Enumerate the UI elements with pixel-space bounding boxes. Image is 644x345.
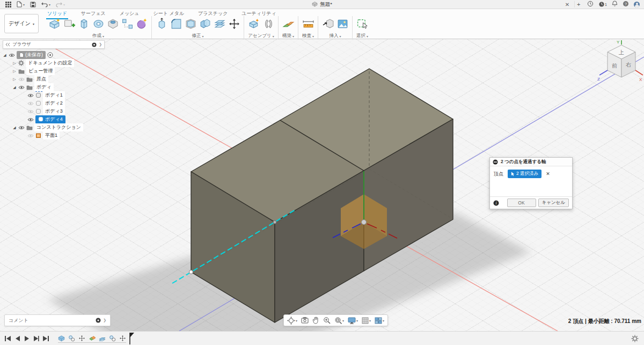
browser-row-docsettings[interactable]: ▷ ドキュメントの設定 xyxy=(3,59,105,67)
timeline-settings-gear-icon[interactable] xyxy=(631,335,639,342)
browser-row-body1[interactable]: ボディ1 xyxy=(3,91,105,99)
clear-selection-icon[interactable]: ✕ xyxy=(546,171,550,177)
extrude-icon[interactable] xyxy=(77,17,90,30)
pan-icon[interactable] xyxy=(312,317,319,324)
timeline-go-end-icon[interactable] xyxy=(42,335,49,342)
bell-icon[interactable] xyxy=(612,0,618,9)
group-label-inspect[interactable]: 検査▾ xyxy=(302,33,314,39)
visibility-eye-icon[interactable] xyxy=(27,118,34,122)
timeline-feature-move-icon[interactable] xyxy=(119,335,126,342)
help-icon[interactable]: ? xyxy=(623,0,629,9)
browser-row-construction[interactable]: ◢ コンストラクション xyxy=(3,123,105,131)
comment-count-icon[interactable] xyxy=(96,318,101,323)
root-document-chip[interactable]: (未保存) xyxy=(17,51,46,59)
construction-plane-icon[interactable] xyxy=(282,17,295,30)
select-icon[interactable] xyxy=(356,17,369,30)
look-at-icon[interactable] xyxy=(301,317,309,324)
insert-canvas-icon[interactable] xyxy=(336,17,349,30)
browser-row-root[interactable]: ◢ (未保存) xyxy=(3,51,105,59)
comment-bar[interactable]: コメント ❯ xyxy=(4,314,111,326)
shell-icon[interactable] xyxy=(184,17,197,30)
visibility-eye-icon[interactable] xyxy=(9,53,15,57)
file-menu-icon[interactable]: ▾ xyxy=(17,1,25,8)
workspace-switcher[interactable]: デザイン ▾ xyxy=(4,14,39,33)
collapse-icon[interactable]: ▷ xyxy=(12,61,17,65)
press-pull-icon[interactable] xyxy=(155,17,168,30)
timeline-feature-box-icon[interactable] xyxy=(58,335,65,342)
visibility-eye-off-icon[interactable] xyxy=(27,109,34,114)
browser-row-bodies[interactable]: ◢ ボディ xyxy=(3,83,105,91)
hole-icon[interactable] xyxy=(106,17,119,30)
row-label[interactable]: ボディ1 xyxy=(43,91,65,99)
browser-row-body3[interactable]: ボディ3 xyxy=(3,107,105,115)
group-label-modify[interactable]: 修正▾ xyxy=(192,33,203,39)
expand-icon[interactable]: ◢ xyxy=(3,53,7,57)
comment-chevron-icon[interactable]: ❯ xyxy=(103,318,106,322)
row-label[interactable]: コンストラクション xyxy=(34,123,83,131)
group-label-select[interactable]: 選択▾ xyxy=(356,33,368,39)
new-component-icon[interactable] xyxy=(247,17,260,30)
new-solid-icon[interactable] xyxy=(48,17,61,30)
viewports-icon[interactable]: ▾ xyxy=(375,317,384,324)
collapse-icon[interactable]: ▷ xyxy=(12,77,17,82)
insert-derive-icon[interactable] xyxy=(321,17,334,30)
combine-icon[interactable] xyxy=(199,17,211,30)
visibility-eye-icon[interactable] xyxy=(18,126,25,130)
axis-through-two-points-dialog[interactable]: 2 つの点を通過する軸 頂点 2 選択済み ✕ i OK キャンセル xyxy=(489,157,573,209)
visibility-eye-off-icon[interactable] xyxy=(18,77,25,82)
browser-row-views[interactable]: ▷ ビュー管理 xyxy=(3,67,105,75)
row-label[interactable]: ボディ3 xyxy=(43,107,65,115)
browser-row-body2[interactable]: ボディ2 xyxy=(3,99,105,107)
close-tab-icon[interactable]: ✕ xyxy=(565,2,569,8)
app-grid-icon[interactable] xyxy=(5,2,11,8)
viewcube[interactable]: 上 前 右 Y Z X xyxy=(594,39,644,90)
timeline-feature-offset-icon[interactable] xyxy=(99,335,106,342)
timeline-feature-move-icon[interactable] xyxy=(78,335,85,342)
measure-icon[interactable] xyxy=(302,17,314,30)
timeline-marker[interactable] xyxy=(128,332,135,345)
row-label[interactable]: ボディ xyxy=(34,83,54,92)
browser-row-body4-selected[interactable]: ボディ4 xyxy=(3,115,105,123)
selected-body-chip[interactable]: ボディ4 xyxy=(35,115,65,124)
grid-snaps-icon[interactable]: ▾ xyxy=(362,317,371,324)
selection-chip[interactable]: 2 選択済み xyxy=(508,170,541,178)
info-icon[interactable]: i xyxy=(493,200,499,206)
user-avatar[interactable] xyxy=(634,2,640,8)
move-icon[interactable] xyxy=(228,17,240,30)
offset-face-icon[interactable] xyxy=(213,17,226,30)
expand-icon[interactable]: ◢ xyxy=(12,126,17,130)
timeline-feature-copy-icon[interactable] xyxy=(109,335,116,342)
timeline-step-back-icon[interactable] xyxy=(14,335,21,342)
job-status-icon[interactable] xyxy=(587,0,594,9)
redo-icon[interactable]: ▾ xyxy=(56,2,65,8)
visibility-eye-off-icon[interactable] xyxy=(27,134,34,138)
revolve-icon[interactable] xyxy=(92,17,105,30)
ok-button[interactable]: OK xyxy=(507,199,536,207)
panel-chevron-icon[interactable]: ❯ xyxy=(99,42,102,47)
dialog-titlebar[interactable]: 2 つの点を通過する軸 xyxy=(490,158,572,166)
row-label[interactable]: 平面1 xyxy=(43,131,60,140)
timeline-play-icon[interactable] xyxy=(24,335,30,342)
row-label[interactable]: ドキュメントの設定 xyxy=(26,59,74,67)
zoom-icon[interactable] xyxy=(323,317,331,324)
visibility-eye-icon[interactable] xyxy=(18,85,25,90)
visibility-eye-icon[interactable] xyxy=(27,93,34,98)
group-label-create[interactable]: 作成▾ xyxy=(92,33,104,39)
timeline-feature-combine-icon[interactable] xyxy=(89,335,96,342)
fillet-icon[interactable] xyxy=(170,17,182,30)
fit-icon[interactable]: ▾ xyxy=(334,317,344,324)
display-settings-icon[interactable]: ▾ xyxy=(348,317,358,324)
panel-options-icon[interactable] xyxy=(92,42,97,47)
timeline-step-forward-icon[interactable] xyxy=(33,335,39,342)
visibility-eye-off-icon[interactable] xyxy=(27,101,34,106)
browser-row-origin[interactable]: ▷ 原点 xyxy=(3,75,105,83)
timeline-feature-copy-icon[interactable] xyxy=(68,335,75,342)
expand-icon[interactable]: ◢ xyxy=(12,85,17,90)
row-label[interactable]: 原点 xyxy=(34,75,48,83)
cancel-button[interactable]: キャンセル xyxy=(538,199,569,207)
save-icon[interactable] xyxy=(30,2,36,8)
new-tab-icon[interactable]: + xyxy=(574,1,582,8)
joint-icon[interactable] xyxy=(262,17,275,30)
group-label-insert[interactable]: 挿入▾ xyxy=(329,33,341,39)
activate-component-icon[interactable] xyxy=(47,52,53,58)
